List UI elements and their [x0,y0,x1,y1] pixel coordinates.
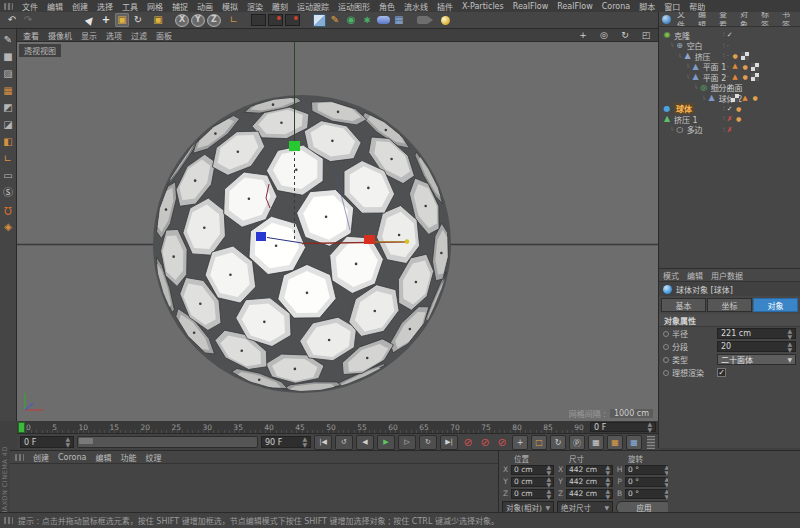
dot-tag-icon[interactable]: ● [741,63,749,71]
light-button[interactable] [438,13,452,27]
enable-toggle-icon[interactable]: · [727,42,729,50]
object-row-4[interactable]: └▲平面 2∶·▲● [659,72,800,83]
coord-input-位置-Y[interactable]: 0 cm▲▼ [511,477,554,487]
coord-input-尺寸-Z[interactable]: 442 cm▲▼ [566,489,613,499]
key-parameter-button[interactable]: Ⓟ [569,435,585,450]
menu-item-11[interactable]: 运动跟踪 [297,1,329,12]
current-frame-field[interactable]: 0 F ▲▼ [590,422,656,432]
zoom-view-icon[interactable]: ◎ [598,30,610,41]
magnet-button[interactable]: Ω [1,203,15,217]
pan-view-icon[interactable]: + [577,30,589,41]
object-manager-menu-4[interactable]: 标签 [761,12,776,27]
coord-input-尺寸-Y[interactable]: 442 cm▲▼ [566,477,613,487]
visibility-dots-icon[interactable]: ∶ [723,94,725,102]
enable-toggle-icon[interactable]: · [727,52,729,60]
make-editable-button[interactable]: ✎ [1,33,15,47]
tab-坐标[interactable]: 坐标 [707,298,752,312]
disabled-x-icon[interactable]: ✗ [727,115,733,123]
checker-tag-icon[interactable] [741,52,749,60]
attribute-menu-2[interactable]: 用户数据 [711,270,743,281]
edges-mode-button[interactable]: ◪ [1,118,15,132]
menu-item-22[interactable]: 帮助 [689,1,705,12]
object-label[interactable]: 克隆 [674,30,690,41]
viewport-menu-0[interactable]: 查看 [23,30,39,41]
timeline-range-slider[interactable] [77,436,258,448]
object-row-7[interactable]: ●球体∶✓● [659,104,800,115]
range-end-field[interactable]: 90 F▲▼ [261,436,311,448]
live-selection-tool[interactable]: ▶ [80,10,100,30]
frame-stepper-icon[interactable]: ▲▼ [647,421,652,433]
mograph-button[interactable]: ∗ [360,13,374,27]
menu-item-1[interactable]: 编辑 [47,1,63,12]
visibility-dots-icon[interactable]: ∶ [723,73,725,81]
camera-button[interactable] [416,13,430,27]
key-pla-button[interactable]: ▦ [588,435,604,450]
loop-button[interactable]: ↻ [419,435,437,450]
viewport-menu-2[interactable]: 显示 [81,30,97,41]
visibility-dots-icon[interactable]: ∶ [723,126,725,134]
coord-input-位置-X[interactable]: 0 cm▲▼ [511,465,554,475]
next-frame-button[interactable]: ▷ [398,435,416,450]
viewport-menu-3[interactable]: 选项 [106,30,122,41]
rotate-view-icon[interactable]: ↻ [619,30,631,41]
y-axis-lock[interactable]: Y [191,14,205,27]
object-row-5[interactable]: └◎细分曲面∶✓ [659,83,800,94]
coordinate-system-button[interactable]: ∟ [227,13,241,27]
move-tool[interactable]: + [99,13,113,27]
keyframe-selection-button[interactable]: ▦ [607,435,623,450]
disabled-x-icon[interactable]: ✗ [727,126,733,134]
menu-item-5[interactable]: 网格 [147,1,163,12]
enable-toggle-icon[interactable]: · [727,94,729,102]
coord-input-旋转-H[interactable]: 0 °▲▼ [625,465,672,475]
motion-clip-button[interactable]: ▦ [626,435,642,450]
visibility-dots-icon[interactable]: ∶ [723,63,725,71]
attribute-input-1[interactable]: 20▲▼ [717,341,796,352]
dot-tag-icon[interactable]: ● [741,73,749,81]
dot-tag-icon[interactable]: ● [735,115,743,123]
key-scale-button[interactable]: □ [531,435,547,450]
material-menu-2[interactable]: 编辑 [95,452,111,463]
object-manager-tree[interactable]: ◉克隆∶✓└⊕空白∶·└▲挤压∶·●└▲平面 1∶·▲●└▲平面 2∶·▲●└◎… [659,27,800,262]
menu-item-15[interactable]: 插件 [437,1,453,12]
dot-tag-icon[interactable]: ● [735,105,743,113]
phong-tag-icon[interactable]: ▲ [741,94,749,102]
checker-tag-icon[interactable] [751,63,759,71]
attribute-dropdown-2[interactable]: 二十面体▼ [717,354,796,365]
menu-item-16[interactable]: X-Particles [462,2,504,11]
dot-tag-icon[interactable]: ● [731,52,739,60]
menu-item-0[interactable]: 文件 [22,1,38,12]
rotate-tool[interactable]: ↻ [131,13,145,27]
play-button[interactable]: ▶ [377,435,395,450]
menu-item-17[interactable]: RealFlow [513,2,549,11]
z-axis-lock[interactable]: Z [207,14,221,27]
snap-button[interactable]: Ⓢ [1,186,15,200]
axis-mode-button[interactable]: ∟ [1,152,15,166]
object-label[interactable]: 多边 [687,124,703,135]
dot-tag-icon[interactable]: ● [751,94,759,102]
menu-item-4[interactable]: 工具 [122,1,138,12]
viewport-canvas[interactable]: 透视视图 网格间隔 : 1000 cm [17,42,658,421]
visibility-dots-icon[interactable]: ∶ [723,42,725,50]
range-slider-handle[interactable] [79,438,93,444]
viewport-menu-5[interactable]: 面板 [156,30,172,41]
attribute-input-0[interactable]: 221 cm▲▼ [717,328,796,339]
object-label[interactable]: 空白 [687,40,703,51]
phong-tag-icon[interactable]: ▲ [731,63,739,71]
viewport-menu-1[interactable]: 摄像机 [48,30,72,41]
object-manager-menu-3[interactable]: 对象 [740,12,755,27]
points-mode-button[interactable]: ◩ [1,101,15,115]
texture-mode-button[interactable]: ▨ [1,67,15,81]
object-label[interactable]: 挤压 [695,51,711,62]
render-picture-viewer-button[interactable] [268,13,283,27]
redo-button[interactable]: ↷ [21,13,35,27]
model-mode-button[interactable]: ■ [1,50,15,64]
attribute-menu-1[interactable]: 编辑 [687,270,703,281]
tab-对象[interactable]: 对象 [753,298,798,312]
environment-button[interactable]: ▦ [392,13,406,27]
autokey-button[interactable]: ⊘ [478,436,492,449]
menu-item-19[interactable]: Corona [602,2,630,11]
object-manager-menu-0[interactable]: 文件 [677,12,692,27]
object-label[interactable]: 球体 [674,103,694,114]
attribute-checkbox-3[interactable]: ✓ [717,368,726,377]
menu-item-9[interactable]: 渲染 [247,1,263,12]
